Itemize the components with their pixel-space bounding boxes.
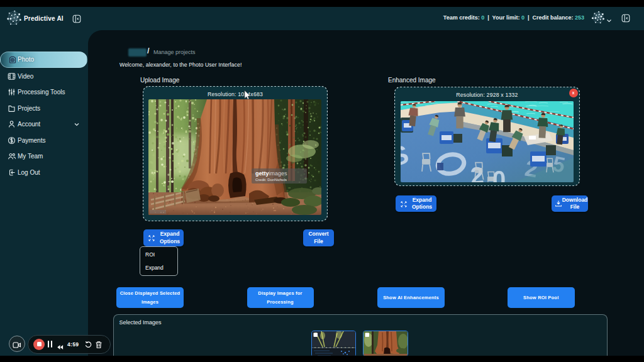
svg-text:Credit: DonNichols: Credit: DonNichols: [255, 178, 287, 182]
svg-text:gettyimages: gettyimages: [255, 170, 287, 177]
